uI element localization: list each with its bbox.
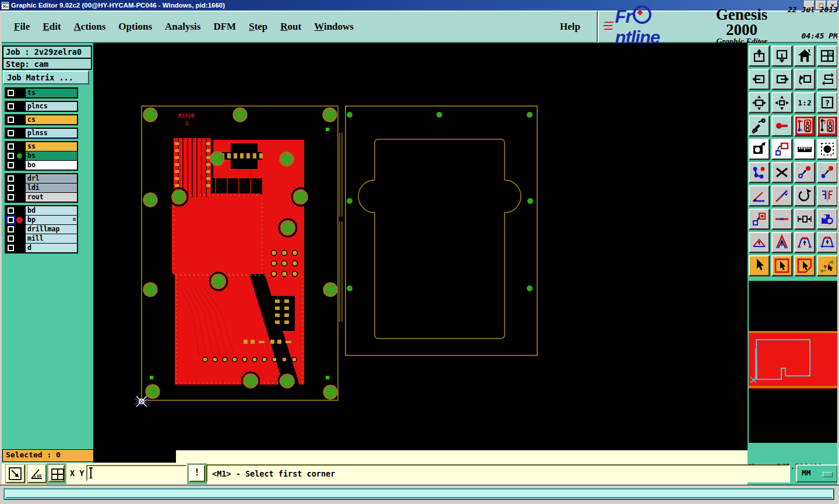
- select-polygon-button[interactable]: [794, 255, 815, 276]
- split-window-xy-button[interactable]: xy: [817, 45, 838, 66]
- layer-name[interactable]: ss: [26, 142, 77, 151]
- menu-rout[interactable]: Rout: [280, 21, 301, 33]
- erase-marker-button[interactable]: [771, 115, 792, 136]
- pad-filter-button[interactable]: [817, 139, 838, 160]
- layer-row-drillmap[interactable]: drillmap: [6, 224, 77, 234]
- capture-window-button[interactable]: [749, 139, 770, 160]
- main-canvas[interactable]: M3739 2: [93, 43, 748, 450]
- previous-view-button[interactable]: [794, 69, 815, 90]
- units-dropdown[interactable]: MM: [796, 464, 838, 482]
- layer-name[interactable]: plncs: [26, 102, 77, 111]
- layer-name[interactable]: drl: [26, 174, 77, 183]
- menu-options[interactable]: Options: [118, 21, 152, 33]
- select-single-button[interactable]: [749, 255, 770, 276]
- layer-row-ldi[interactable]: ldi: [6, 183, 77, 192]
- zoom-window-button[interactable]: [6, 464, 25, 483]
- layer-name[interactable]: d: [26, 244, 77, 252]
- layer-checkbox[interactable]: [8, 130, 14, 136]
- zoom-in-view-button[interactable]: [749, 45, 770, 66]
- layer-name[interactable]: rout: [26, 193, 77, 202]
- layer-checkbox[interactable]: [8, 217, 14, 223]
- profile-preview[interactable]: [749, 331, 839, 389]
- menu-dfm[interactable]: DFM: [213, 21, 236, 33]
- layer-checkbox[interactable]: [8, 226, 14, 232]
- layer-name[interactable]: bd: [26, 206, 77, 215]
- layer-checkbox[interactable]: [8, 235, 14, 242]
- net-highlight-b-button[interactable]: [817, 115, 838, 136]
- layer-name[interactable]: cs: [26, 115, 77, 124]
- select-rectangle-button[interactable]: [771, 255, 792, 276]
- layer-row-rout[interactable]: rout: [6, 192, 77, 202]
- net-highlight-a-button[interactable]: [794, 115, 815, 136]
- center-view-button[interactable]: [771, 92, 792, 113]
- layer-name[interactable]: ldi: [26, 184, 77, 192]
- layer-name[interactable]: bs: [26, 151, 77, 160]
- contour-bridge-line-button[interactable]: [817, 232, 838, 253]
- select-chain-button[interactable]: [817, 255, 838, 276]
- ruler-measure-button[interactable]: [794, 139, 815, 160]
- layer-name[interactable]: plnss: [26, 129, 77, 138]
- layer-checkbox[interactable]: [8, 117, 14, 123]
- menu-step[interactable]: Step: [249, 21, 267, 33]
- layer-checkbox[interactable]: [8, 162, 14, 168]
- zoom-1-2-button[interactable]: 1:2: [794, 92, 815, 113]
- layer-row-ss[interactable]: ss: [6, 142, 77, 151]
- layer-name[interactable]: ts: [26, 89, 77, 97]
- layer-row-bp[interactable]: bp⊞: [6, 215, 77, 224]
- setup-tools-button[interactable]: [749, 115, 770, 136]
- pan-left-button[interactable]: [749, 69, 770, 90]
- layer-row-ts[interactable]: ts: [6, 89, 77, 97]
- zoom-out-view-button[interactable]: [771, 45, 792, 66]
- layer-checkbox[interactable]: [8, 185, 14, 191]
- menu-edit[interactable]: Edit: [43, 21, 61, 33]
- angle-measure-button[interactable]: [749, 185, 770, 206]
- net-select-button[interactable]: [749, 162, 770, 183]
- layer-name[interactable]: mill: [26, 234, 77, 243]
- layer-name[interactable]: bp⊞: [26, 216, 77, 224]
- layer-row-drl[interactable]: drl: [6, 174, 77, 183]
- mirror-flip-button[interactable]: [817, 185, 838, 206]
- layer-checkbox[interactable]: [8, 143, 14, 150]
- redraw-shape-button[interactable]: [771, 139, 792, 160]
- home-view-button[interactable]: [794, 45, 815, 66]
- menu-help[interactable]: Help: [560, 21, 580, 33]
- layer-checkbox[interactable]: [8, 153, 14, 159]
- tile-windows-button[interactable]: [48, 465, 65, 482]
- layer-checkbox[interactable]: [8, 245, 14, 251]
- copy-object-button[interactable]: [749, 209, 770, 230]
- job-matrix-button[interactable]: Job Matrix ...: [3, 71, 89, 84]
- layer-checkbox[interactable]: [8, 103, 14, 110]
- fit-in-window-button[interactable]: [749, 92, 770, 113]
- serpentine-button[interactable]: [817, 69, 838, 90]
- layer-checkbox[interactable]: [8, 90, 14, 96]
- layer-checkbox[interactable]: [8, 207, 14, 214]
- menu-windows[interactable]: Windows: [314, 21, 354, 33]
- layer-row-mill[interactable]: mill: [6, 234, 77, 243]
- menu-analysis[interactable]: Analysis: [165, 21, 200, 33]
- layer-row-d[interactable]: d: [6, 243, 77, 252]
- alert-button[interactable]: !: [189, 465, 205, 482]
- layer-row-bd[interactable]: bd: [6, 206, 77, 215]
- move-to-ref-button[interactable]: [794, 162, 815, 183]
- distance-measure-button[interactable]: [771, 185, 792, 206]
- menu-file[interactable]: File: [14, 21, 30, 33]
- pan-right-button[interactable]: [771, 69, 792, 90]
- layer-name[interactable]: drillmap: [26, 225, 77, 234]
- measure-ok-button[interactable]: ok: [27, 464, 47, 483]
- contour-up-tall-button[interactable]: [771, 232, 792, 253]
- layer-row-bs[interactable]: bs: [6, 151, 77, 160]
- help-button[interactable]: ?: [817, 92, 838, 113]
- stretch-line-button[interactable]: [771, 209, 792, 230]
- menu-actions[interactable]: Actions: [74, 21, 106, 33]
- layer-row-plncs[interactable]: plncs: [6, 102, 77, 111]
- layer-name[interactable]: bo: [26, 161, 77, 170]
- unselect-all-button[interactable]: [771, 162, 792, 183]
- surface-select-button[interactable]: [817, 209, 838, 230]
- contour-up-small-button[interactable]: [749, 232, 770, 253]
- layer-checkbox[interactable]: [8, 175, 14, 182]
- contour-bridge-button[interactable]: [794, 232, 815, 253]
- layer-row-plnss[interactable]: plnss: [6, 129, 77, 138]
- copy-to-ref-button[interactable]: [817, 162, 838, 183]
- rotate-button[interactable]: [794, 185, 815, 206]
- spacing-measure-button[interactable]: [794, 209, 815, 230]
